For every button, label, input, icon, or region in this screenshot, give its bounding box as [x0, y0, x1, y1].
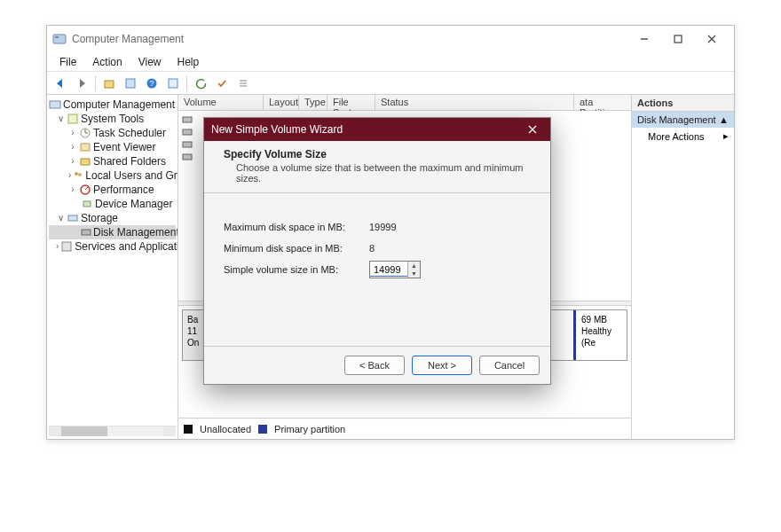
- max-space-label: Maximum disk space in MB:: [224, 222, 369, 232]
- svg-rect-8: [105, 81, 114, 88]
- svg-rect-12: [169, 79, 178, 88]
- chevron-down-icon[interactable]: ∨: [56, 112, 65, 126]
- event-icon: [79, 141, 91, 153]
- volume-icon: [182, 139, 193, 153]
- volume-size-input[interactable]: [370, 263, 407, 277]
- column-headers: Volume Layout Type File System Status at…: [178, 95, 631, 111]
- cancel-button[interactable]: Cancel: [479, 356, 540, 375]
- menu-file[interactable]: File: [52, 54, 83, 70]
- col-type[interactable]: Type: [299, 95, 327, 110]
- svg-rect-3: [674, 35, 682, 43]
- svg-rect-0: [53, 35, 66, 43]
- svg-rect-16: [50, 101, 60, 108]
- svg-text:?: ?: [149, 79, 154, 88]
- actions-pane: Actions Disk Management ▲ More Actions ▸: [631, 95, 734, 439]
- up-button[interactable]: [99, 74, 119, 93]
- properties-button[interactable]: [163, 74, 183, 93]
- check-button[interactable]: [212, 74, 232, 93]
- legend-unallocated: Unallocated: [200, 424, 251, 434]
- clock-icon: [79, 127, 91, 139]
- col-filesystem[interactable]: File System: [327, 95, 375, 110]
- svg-point-24: [78, 173, 82, 176]
- list-button[interactable]: [233, 74, 253, 93]
- dialog-footer: < Back Next > Cancel: [204, 346, 550, 384]
- back-button[interactable]: < Back: [344, 356, 405, 375]
- tree-system-tools[interactable]: ∨ System Tools: [49, 112, 176, 126]
- svg-rect-29: [82, 230, 91, 235]
- menu-view[interactable]: View: [131, 54, 169, 70]
- wizard-dialog: New Simple Volume Wizard Specify Volume …: [203, 117, 551, 385]
- actions-selected[interactable]: Disk Management ▲: [632, 112, 734, 128]
- help-button[interactable]: ?: [142, 74, 162, 93]
- tree-services-apps[interactable]: › Services and Applications: [49, 239, 176, 254]
- size-label: Simple volume size in MB:: [224, 264, 369, 275]
- tree-local-users[interactable]: › Local Users and Groups: [49, 168, 176, 183]
- tree-storage[interactable]: ∨ Storage: [49, 211, 176, 225]
- mmc-icon: [49, 98, 61, 111]
- svg-marker-7: [80, 79, 85, 88]
- tree-pane: Computer Management (Local) ∨ System Too…: [47, 95, 178, 439]
- maximize-button[interactable]: [661, 27, 695, 51]
- chevron-right-icon[interactable]: ›: [68, 168, 71, 183]
- tree-disk-management[interactable]: Disk Management: [49, 225, 176, 239]
- svg-rect-17: [68, 114, 77, 123]
- refresh-button[interactable]: [191, 74, 210, 93]
- svg-line-26: [85, 187, 88, 190]
- titlebar: Computer Management: [47, 26, 734, 52]
- chevron-right-icon[interactable]: ›: [68, 140, 77, 154]
- show-hide-button[interactable]: [121, 74, 140, 93]
- next-button[interactable]: Next >: [412, 356, 472, 375]
- col-partition-extra[interactable]: ata Partition: [574, 95, 631, 110]
- dialog-titlebar: New Simple Volume Wizard: [204, 118, 550, 141]
- dialog-heading: Specify Volume Size: [224, 148, 531, 160]
- tree-shared-folders[interactable]: › Shared Folders: [49, 154, 176, 168]
- tree-root[interactable]: Computer Management (Local): [49, 98, 176, 112]
- chevron-right-icon[interactable]: ›: [56, 239, 59, 254]
- partition-recovery[interactable]: 69 MB Healthy (Re: [573, 310, 627, 360]
- svg-rect-31: [183, 117, 192, 122]
- folder-icon: [79, 155, 91, 168]
- dialog-close-button[interactable]: [522, 121, 543, 138]
- primary-swatch: [258, 425, 267, 434]
- tree-performance[interactable]: › Performance: [49, 183, 176, 197]
- col-volume[interactable]: Volume: [178, 95, 264, 110]
- tree-horizontal-scrollbar[interactable]: [49, 426, 176, 436]
- menubar: File Action View Help: [47, 52, 734, 72]
- window-title: Computer Management: [72, 33, 184, 45]
- actions-header: Actions: [632, 95, 734, 112]
- device-icon: [81, 198, 93, 210]
- spin-down-button[interactable]: ▼: [408, 270, 420, 278]
- chevron-right-icon[interactable]: ›: [68, 183, 77, 197]
- tree-device-manager[interactable]: Device Manager: [49, 197, 176, 211]
- chevron-right-icon[interactable]: ›: [68, 154, 77, 168]
- tree-event-viewer[interactable]: › Event Viewer: [49, 140, 176, 154]
- forward-button[interactable]: [72, 74, 91, 93]
- chevron-down-icon[interactable]: ∨: [56, 211, 65, 225]
- svg-rect-34: [183, 154, 192, 160]
- close-button[interactable]: [695, 27, 729, 51]
- volume-size-spinner[interactable]: ▲ ▼: [369, 261, 421, 278]
- tree-task-scheduler[interactable]: › Task Scheduler: [49, 126, 176, 140]
- tools-icon: [67, 113, 79, 125]
- unallocated-swatch: [184, 425, 193, 434]
- svg-rect-32: [183, 129, 192, 135]
- svg-point-23: [75, 172, 78, 176]
- col-status[interactable]: Status: [375, 95, 574, 110]
- col-layout[interactable]: Layout: [264, 95, 299, 110]
- chevron-right-icon[interactable]: ›: [68, 126, 77, 140]
- minimize-button[interactable]: [627, 27, 661, 51]
- storage-icon: [67, 212, 79, 224]
- dialog-subheading: Choose a volume size that is between the…: [224, 162, 531, 184]
- svg-rect-22: [81, 159, 90, 165]
- volume-icon: [182, 114, 193, 128]
- menu-action[interactable]: Action: [85, 54, 129, 70]
- dialog-body: Maximum disk space in MB: 19999 Minimum …: [204, 193, 550, 346]
- back-button[interactable]: [51, 74, 70, 93]
- svg-rect-33: [183, 142, 192, 147]
- spin-up-button[interactable]: ▲: [408, 262, 420, 270]
- users-icon: [73, 169, 83, 182]
- dialog-header: Specify Volume Size Choose a volume size…: [204, 141, 550, 193]
- menu-help[interactable]: Help: [170, 54, 207, 70]
- actions-more[interactable]: More Actions ▸: [632, 128, 734, 145]
- min-space-label: Minimum disk space in MB:: [224, 243, 369, 254]
